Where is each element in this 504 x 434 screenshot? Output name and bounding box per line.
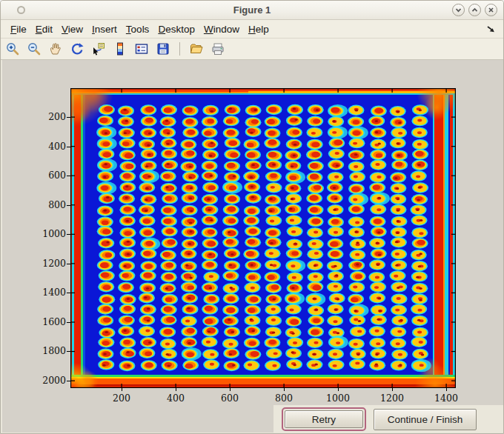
tick-label: 1400 [425,393,467,404]
menubar-items: FileEditViewInsertToolsDesktopWindowHelp [10,24,269,35]
tick-mark [67,381,70,381]
close-icon[interactable] [485,4,497,16]
tick-mark [122,388,122,391]
tick-label: 1400 [26,287,66,298]
tick-label: 800 [26,199,66,210]
tick-mark [446,388,447,391]
tick-label: 1800 [26,345,66,356]
tick-label: 1200 [26,258,66,269]
data-cursor-icon[interactable] [90,40,107,58]
menu-item-window[interactable]: Window [204,24,239,35]
tick-mark [230,388,231,391]
tick-mark [176,388,176,391]
minimize-icon[interactable] [452,4,465,16]
insert-colorbar-icon[interactable] [111,40,129,58]
menu-item-view[interactable]: View [62,24,83,35]
print-figure-icon[interactable] [209,40,227,58]
tick-mark [338,388,339,391]
tick-mark [67,117,70,118]
menu-item-help[interactable]: Help [248,24,269,35]
tick-label: 200 [101,393,142,404]
maximize-icon[interactable] [468,4,481,16]
tick-label: 1600 [26,316,66,327]
window-title: Figure 1 [1,1,503,20]
tick-mark [67,147,70,147]
tick-label: 800 [263,393,305,404]
tick-label: 2000 [26,375,66,386]
tick-label: 400 [155,393,196,404]
zoom-in-icon[interactable] [4,40,21,58]
toolbar-separator [179,42,180,56]
tick-mark [67,264,70,264]
retry-button[interactable]: Retry [285,410,363,428]
tick-mark [67,351,70,352]
rotate-3d-icon[interactable] [68,40,86,58]
zoom-out-icon[interactable] [25,40,43,58]
tick-label: 1000 [26,228,66,239]
menu-item-insert[interactable]: Insert [92,24,117,35]
menu-item-file[interactable]: File [10,24,27,35]
tick-mark [67,234,70,235]
dock-figure-icon[interactable] [485,23,497,35]
menubar: FileEditViewInsertToolsDesktopWindowHelp [1,20,503,38]
retry-focus-ring: Retry [282,407,366,431]
pan-hand-icon[interactable] [47,40,64,58]
tick-mark [67,176,70,176]
menu-item-edit[interactable]: Edit [36,24,53,35]
insert-legend-icon[interactable] [133,40,150,58]
tick-mark [392,388,393,391]
tick-mark [67,293,70,293]
tick-mark [67,205,70,206]
tick-label: 600 [26,170,66,181]
menu-item-tools[interactable]: Tools [126,24,150,35]
menu-item-desktop[interactable]: Desktop [158,24,195,35]
tick-label: 1000 [317,393,359,404]
open-file-icon[interactable] [188,40,205,58]
plot-image[interactable] [70,88,456,388]
tick-label: 600 [209,393,251,404]
window-controls [452,4,497,16]
figure-window: Figure 1 FileEditViewInsertToolsDesktopW… [0,0,504,434]
tick-mark [284,388,285,391]
save-figure-icon[interactable] [154,40,172,58]
continue-finish-button[interactable]: Continue / Finish [374,409,477,430]
titlebar[interactable]: Figure 1 [1,1,503,20]
tick-mark [67,322,70,323]
tick-label: 400 [26,141,66,152]
tick-label: 1200 [371,393,413,404]
tick-label: 200 [26,111,66,122]
toolbar [1,38,503,60]
